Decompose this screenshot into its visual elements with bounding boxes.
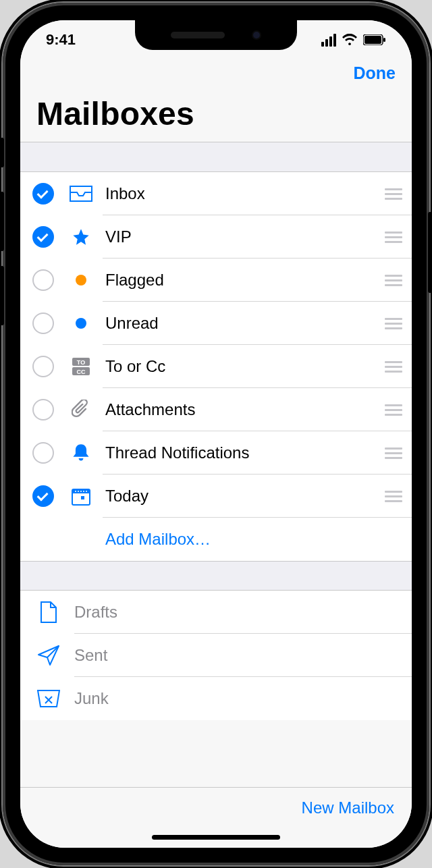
- paperclip-icon: [69, 400, 93, 420]
- mailbox-check[interactable]: [32, 356, 54, 377]
- battery-icon: [363, 34, 386, 45]
- svg-point-9: [75, 491, 76, 492]
- new-mailbox-button[interactable]: New Mailbox: [302, 798, 394, 817]
- account-mailboxes-list: Drafts Sent Junk: [20, 591, 412, 720]
- add-mailbox-label: Add Mailbox…: [105, 530, 402, 549]
- svg-rect-2: [383, 38, 385, 42]
- svg-text:TO: TO: [77, 359, 85, 366]
- mailbox-label: Attachments: [105, 400, 383, 419]
- mailbox-check[interactable]: [32, 399, 54, 421]
- mailbox-label: Junk: [74, 689, 402, 708]
- mailbox-row-drafts[interactable]: Drafts: [20, 591, 412, 634]
- mailbox-row-attachments[interactable]: Attachments: [20, 388, 412, 431]
- screen: 9:41 Done Mailboxes: [20, 20, 412, 848]
- inbox-icon: [69, 186, 93, 202]
- mailbox-row-sent[interactable]: Sent: [20, 634, 412, 677]
- mailbox-row-thread-notifications[interactable]: Thread Notifications: [20, 431, 412, 474]
- mailbox-row-flagged[interactable]: Flagged: [20, 259, 412, 302]
- mailbox-check[interactable]: [32, 269, 54, 291]
- mailbox-label: Unread: [105, 314, 383, 333]
- section-gap-top: [20, 142, 412, 172]
- star-icon: [69, 227, 93, 246]
- drag-handle-icon[interactable]: [383, 447, 402, 459]
- cellular-signal-icon: [321, 34, 336, 47]
- mailbox-label: To or Cc: [105, 357, 383, 376]
- bell-icon: [69, 443, 93, 463]
- notch: [135, 20, 297, 50]
- device-frame: 9:41 Done Mailboxes: [3, 3, 429, 865]
- side-power-button: [428, 212, 432, 293]
- mailbox-label: Inbox: [105, 184, 383, 203]
- home-indicator[interactable]: [152, 835, 280, 840]
- drag-handle-icon[interactable]: [383, 491, 402, 502]
- speaker-grille: [171, 32, 225, 38]
- drag-handle-icon[interactable]: [383, 318, 402, 329]
- mailbox-check[interactable]: [32, 226, 54, 248]
- mailbox-label: VIP: [105, 227, 383, 246]
- mailbox-row-unread[interactable]: Unread: [20, 302, 412, 345]
- svg-rect-1: [364, 36, 381, 44]
- mailbox-row-vip[interactable]: VIP: [20, 215, 412, 259]
- wifi-icon: [342, 34, 358, 46]
- page-title: Mailboxes: [20, 83, 412, 142]
- smart-mailboxes-list: Inbox VIP: [20, 172, 412, 561]
- mailbox-label: Flagged: [105, 271, 383, 290]
- mailbox-check[interactable]: [32, 313, 54, 334]
- svg-point-10: [78, 491, 79, 492]
- mailbox-row-today[interactable]: Today: [20, 474, 412, 518]
- drag-handle-icon[interactable]: [383, 232, 402, 243]
- mailbox-row-to-cc[interactable]: TO CC To or Cc: [20, 345, 412, 388]
- unread-dot-icon: [69, 318, 93, 329]
- side-silent-switch: [0, 138, 4, 167]
- mailbox-row-inbox[interactable]: Inbox: [20, 172, 412, 215]
- mailbox-label: Drafts: [74, 603, 402, 622]
- mailbox-check[interactable]: [32, 442, 54, 464]
- side-volume-down: [0, 266, 4, 325]
- status-time: 9:41: [46, 31, 76, 49]
- section-gap-middle: [20, 561, 412, 591]
- nav-header: Done Mailboxes: [20, 59, 412, 142]
- mailbox-check[interactable]: [32, 183, 54, 205]
- mailbox-label: Thread Notifications: [105, 443, 383, 462]
- flag-dot-orange-icon: [69, 275, 93, 286]
- done-button[interactable]: Done: [354, 63, 396, 83]
- front-camera: [252, 30, 261, 40]
- mailbox-check[interactable]: [32, 485, 54, 507]
- add-mailbox-row[interactable]: Add Mailbox…: [20, 518, 412, 561]
- drag-handle-icon[interactable]: [383, 361, 402, 373]
- drag-handle-icon[interactable]: [383, 404, 402, 416]
- svg-text:CC: CC: [77, 369, 86, 375]
- to-cc-icon: TO CC: [69, 357, 93, 376]
- mailbox-label: Today: [105, 487, 383, 506]
- svg-point-13: [86, 491, 87, 492]
- calendar-icon: [69, 487, 93, 506]
- svg-rect-14: [81, 496, 84, 499]
- drag-handle-icon[interactable]: [383, 275, 402, 286]
- svg-point-12: [83, 491, 84, 492]
- svg-point-11: [80, 491, 82, 492]
- junk-icon: [36, 690, 61, 707]
- paper-plane-icon: [36, 645, 61, 666]
- drag-handle-icon[interactable]: [383, 188, 402, 200]
- document-icon: [36, 601, 61, 623]
- side-volume-up: [0, 192, 4, 251]
- mailbox-row-junk[interactable]: Junk: [20, 677, 412, 720]
- content-scroll[interactable]: Inbox VIP: [20, 142, 412, 848]
- mailbox-label: Sent: [74, 646, 402, 665]
